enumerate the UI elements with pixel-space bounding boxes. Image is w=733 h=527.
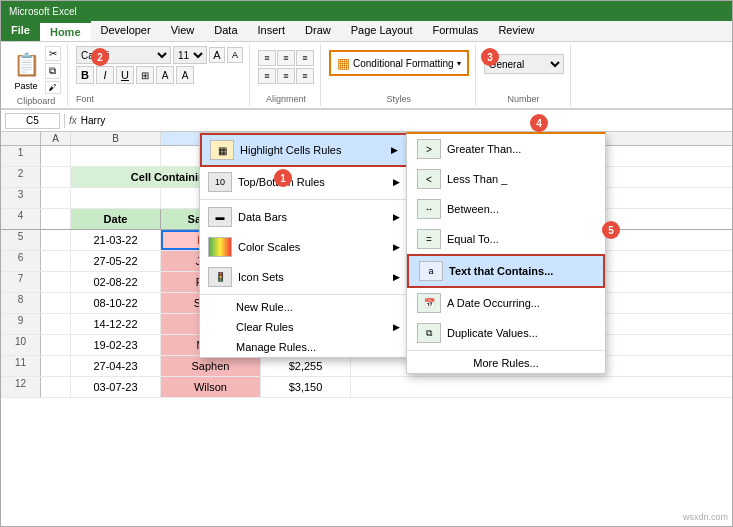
cell-d11[interactable]: $2,255 — [261, 356, 351, 376]
spreadsheet-area: A B C D 1 2 Cell Containing Particular T… — [1, 132, 732, 398]
tab-review[interactable]: Review — [488, 21, 544, 41]
hcr-item-equalto[interactable]: = Equal To... — [407, 224, 605, 254]
cut-button[interactable]: ✂ — [45, 46, 61, 61]
cf-divider1 — [200, 199, 408, 200]
cf-menu-item-topbottom[interactable]: 10 Top/Bottom Rules ▶ — [200, 167, 408, 197]
hcr-item-lessthan[interactable]: < Less Than _ — [407, 164, 605, 194]
hcr-dateoccurring-icon: 📅 — [417, 293, 441, 313]
bold-button[interactable]: B — [76, 66, 94, 84]
cell-b3[interactable] — [71, 188, 161, 208]
cell-reference-input[interactable] — [5, 113, 60, 129]
cell-a12[interactable] — [41, 377, 71, 397]
number-label: Number — [508, 94, 540, 104]
cell-b8[interactable]: 08-10-22 — [71, 293, 161, 313]
font-size-select[interactable]: 11 — [173, 46, 207, 64]
cell-a11[interactable] — [41, 356, 71, 376]
cell-b10[interactable]: 19-02-23 — [71, 335, 161, 355]
row-num-10: 10 — [1, 335, 41, 355]
cell-b12[interactable]: 03-07-23 — [71, 377, 161, 397]
decrease-font-button[interactable]: A — [227, 47, 243, 63]
cell-a5[interactable] — [41, 230, 71, 250]
align-middle-button[interactable]: ≡ — [277, 50, 295, 66]
cf-highlight-label: Highlight Cells Rules — [240, 144, 385, 156]
fill-color-button[interactable]: A — [156, 66, 174, 84]
cell-a3[interactable] — [41, 188, 71, 208]
tab-page-layout[interactable]: Page Layout — [341, 21, 423, 41]
cf-menu-item-iconsets[interactable]: 🚦 Icon Sets ▶ — [200, 262, 408, 292]
cf-databars-label: Data Bars — [238, 211, 387, 223]
cf-iconsets-arrow: ▶ — [393, 272, 400, 282]
border-button[interactable]: ⊞ — [136, 66, 154, 84]
table-row: 11 27-04-23 Saphen $2,255 — [1, 356, 732, 377]
font-color-button[interactable]: A — [176, 66, 194, 84]
cf-menu-item-newrule[interactable]: New Rule... — [200, 297, 408, 317]
hcr-item-duplicatevalues[interactable]: ⧉ Duplicate Values... — [407, 318, 605, 348]
tab-data[interactable]: Data — [204, 21, 247, 41]
step-badge-3: 3 — [481, 48, 499, 66]
copy-button[interactable]: ⧉ — [45, 63, 61, 79]
cf-arrow-icon: ▾ — [457, 59, 461, 68]
col-header-a: A — [41, 132, 71, 145]
formula-divider — [64, 114, 65, 128]
cell-b1[interactable] — [71, 146, 161, 166]
cf-menu-item-clearrules[interactable]: Clear Rules ▶ — [200, 317, 408, 337]
italic-button[interactable]: I — [96, 66, 114, 84]
align-center-button[interactable]: ≡ — [277, 68, 295, 84]
cell-d12[interactable]: $3,150 — [261, 377, 351, 397]
cf-icon: ▦ — [337, 55, 350, 71]
cell-c12[interactable]: Wilson — [161, 377, 261, 397]
hcr-between-icon: ↔ — [417, 199, 441, 219]
tab-file[interactable]: File — [1, 21, 40, 41]
cell-a1[interactable] — [41, 146, 71, 166]
cf-menu-item-highlight[interactable]: ▦ Highlight Cells Rules ▶ — [200, 133, 408, 167]
tab-formulas[interactable]: Formulas — [423, 21, 489, 41]
cell-c11[interactable]: Saphen — [161, 356, 261, 376]
cell-b7[interactable]: 02-08-22 — [71, 272, 161, 292]
hcr-item-morerules[interactable]: More Rules... — [407, 353, 605, 373]
cell-b11[interactable]: 27-04-23 — [71, 356, 161, 376]
cf-group-label: Styles — [387, 94, 412, 104]
format-painter-button[interactable]: 🖌 — [45, 81, 61, 94]
cf-menu-item-managerules[interactable]: Manage Rules... — [200, 337, 408, 357]
hcr-item-greaterthan[interactable]: > Greater Than... — [407, 134, 605, 164]
align-right-button[interactable]: ≡ — [296, 68, 314, 84]
hcr-item-between[interactable]: ↔ Between... — [407, 194, 605, 224]
cf-colorscales-label: Color Scales — [238, 241, 387, 253]
ribbon-content: 📋 Paste ✂ ⧉ 🖌 Clipboard Calibri 11 — [1, 42, 732, 110]
cell-a6[interactable] — [41, 251, 71, 271]
tab-developer[interactable]: Developer — [91, 21, 161, 41]
row-num-2: 2 — [1, 167, 41, 187]
cell-a8[interactable] — [41, 293, 71, 313]
title-bar-text: Microsoft Excel — [9, 6, 77, 17]
hcr-equalto-icon: = — [417, 229, 441, 249]
increase-font-button[interactable]: A — [209, 47, 225, 63]
formula-bar: fx — [1, 110, 732, 132]
tab-insert[interactable]: Insert — [248, 21, 296, 41]
cell-b4-header[interactable]: Date — [71, 209, 161, 229]
cell-a10[interactable] — [41, 335, 71, 355]
cell-b9[interactable]: 14-12-22 — [71, 314, 161, 334]
row-num-4: 4 — [1, 209, 41, 229]
align-bottom-button[interactable]: ≡ — [296, 50, 314, 66]
hcr-item-dateoccurring[interactable]: 📅 A Date Occurring... — [407, 288, 605, 318]
align-top-button[interactable]: ≡ — [258, 50, 276, 66]
cell-b6[interactable]: 27-05-22 — [71, 251, 161, 271]
cf-topbottom-label: Top/Bottom Rules — [238, 176, 387, 188]
cell-b5[interactable]: 21-03-22 — [71, 230, 161, 250]
cell-a4[interactable] — [41, 209, 71, 229]
tab-view[interactable]: View — [161, 21, 205, 41]
hcr-item-textcontains[interactable]: a Text that Contains... — [407, 254, 605, 288]
align-left-button[interactable]: ≡ — [258, 68, 276, 84]
underline-button[interactable]: U — [116, 66, 134, 84]
cf-menu-item-colorscales[interactable]: Color Scales ▶ — [200, 232, 408, 262]
cell-a9[interactable] — [41, 314, 71, 334]
cell-a2[interactable] — [41, 167, 71, 187]
paste-button[interactable]: 📋 Paste — [11, 49, 41, 91]
hcr-duplicatevalues-icon: ⧉ — [417, 323, 441, 343]
cell-a7[interactable] — [41, 272, 71, 292]
tab-home[interactable]: Home — [40, 21, 91, 41]
tab-draw[interactable]: Draw — [295, 21, 341, 41]
conditional-formatting-button[interactable]: ▦ Conditional Formatting ▾ — [329, 50, 469, 76]
cf-menu-item-databars[interactable]: ▬ Data Bars ▶ — [200, 202, 408, 232]
formula-input[interactable] — [81, 115, 728, 126]
